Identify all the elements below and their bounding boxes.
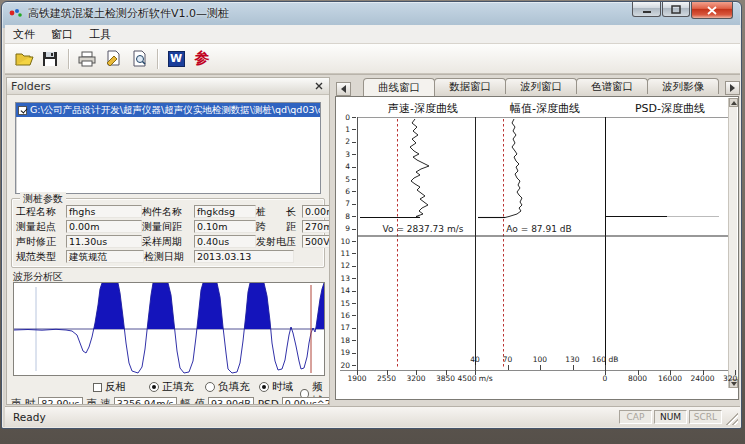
close-icon bbox=[707, 6, 717, 15]
toolbar-separator bbox=[157, 49, 158, 69]
folders-close-button[interactable] bbox=[312, 80, 325, 93]
tab-scroll-right-button[interactable] bbox=[725, 81, 740, 95]
print-button[interactable] bbox=[75, 47, 99, 71]
param-field[interactable]: 0.10m bbox=[194, 220, 256, 233]
folder-list[interactable]: G:\公司产品设计开发\超声仪器\超声仪实地检测数据\测桩\qd\qd03\qd… bbox=[15, 102, 321, 194]
menu-tools[interactable]: 工具 bbox=[81, 25, 119, 44]
desktop: { "window": { "title": "高铁建筑混凝土检测分析软件V1.… bbox=[0, 0, 745, 444]
minimize-icon bbox=[642, 5, 652, 14]
fill-negative-radio[interactable]: 负填充 bbox=[205, 380, 250, 394]
param-field[interactable]: fhghs bbox=[66, 205, 142, 218]
invert-checkbox[interactable]: 反相 bbox=[93, 380, 126, 394]
menu-file[interactable]: 文件 bbox=[5, 25, 43, 44]
depth-tick-label: 12 bbox=[337, 261, 350, 270]
word-report-button[interactable]: W bbox=[164, 47, 188, 71]
param-field[interactable]: fhgkdsg bbox=[194, 205, 256, 218]
amplitude-label: 幅 值 bbox=[181, 397, 205, 405]
tabs: 曲线窗口数据窗口波列窗口色谱窗口波列影像 bbox=[363, 78, 718, 96]
folders-title: Folders bbox=[11, 80, 312, 93]
ao-annotation: Ao = 87.91 dB bbox=[506, 224, 571, 234]
x-tick-mark bbox=[573, 365, 574, 370]
tab-5[interactable]: 波列影像 bbox=[647, 78, 719, 94]
depth-tick-label: 14 bbox=[337, 286, 350, 295]
x-tick-mark bbox=[703, 370, 704, 375]
depth-tick-label: 3 bbox=[337, 150, 350, 159]
param-field[interactable]: 270mm bbox=[302, 220, 330, 233]
depth-tick-mark bbox=[352, 117, 356, 118]
depth-tick-label: 11 bbox=[337, 249, 350, 258]
param-label: 构件名称 bbox=[142, 205, 194, 219]
x-tick-mark bbox=[638, 370, 639, 375]
chart-vertical-scrollbar[interactable] bbox=[728, 98, 737, 388]
sound-speed-field[interactable]: 3256.94m/s bbox=[114, 397, 177, 405]
tab-scroll-left-button[interactable] bbox=[336, 82, 351, 96]
psd-label: PSD bbox=[258, 398, 279, 405]
status-indicator-scrl: SCRL bbox=[689, 410, 722, 424]
x-tick-mark bbox=[735, 370, 736, 375]
param-label: 测量间距 bbox=[142, 220, 194, 234]
time-domain-label: 时域 bbox=[272, 380, 293, 394]
checkbox-checked-icon[interactable] bbox=[18, 106, 27, 115]
sound-speed-curve bbox=[410, 119, 429, 218]
toolbar-separator bbox=[68, 49, 69, 69]
param-field[interactable]: 建筑规范 bbox=[66, 250, 144, 263]
sound-time-field[interactable]: 82.90us bbox=[38, 397, 82, 405]
depth-tick-label: 15 bbox=[337, 299, 350, 308]
x-tick-mark bbox=[416, 370, 417, 375]
curves-chart-area[interactable]: 声速-深度曲线 幅值-深度曲线 PSD-深度曲线 bbox=[335, 96, 739, 400]
param-field[interactable]: 0.40us bbox=[194, 235, 256, 248]
depth-tick-mark bbox=[352, 142, 356, 143]
folders-header: Folders bbox=[7, 78, 329, 95]
wave-controls: 反相 正填充 负填充 时域 频域 bbox=[7, 380, 330, 394]
tab-1[interactable]: 曲线窗口 bbox=[363, 78, 435, 96]
close-button[interactable] bbox=[691, 2, 733, 19]
depth-tick-mark bbox=[352, 266, 356, 267]
tab-3[interactable]: 波列窗口 bbox=[505, 78, 577, 94]
param-field[interactable]: 500V bbox=[302, 235, 330, 248]
depth-tick-mark bbox=[352, 167, 356, 168]
menu-window[interactable]: 窗口 bbox=[43, 25, 81, 44]
waveform-svg bbox=[14, 283, 324, 375]
maximize-button[interactable] bbox=[662, 2, 690, 17]
depth-tick-label: 20 bbox=[337, 361, 350, 370]
save-button[interactable] bbox=[38, 47, 62, 71]
depth-tick-mark bbox=[352, 229, 356, 230]
tab-2[interactable]: 数据窗口 bbox=[434, 78, 506, 94]
param-field[interactable]: 11.30us bbox=[66, 235, 142, 248]
scroll-up-button[interactable] bbox=[729, 98, 738, 107]
export-button[interactable] bbox=[101, 47, 125, 71]
x-tick-label: 4500 m/s bbox=[453, 374, 497, 383]
time-domain-radio[interactable]: 时域 bbox=[259, 380, 293, 394]
save-icon bbox=[41, 50, 59, 68]
waveform-plot[interactable] bbox=[13, 282, 325, 376]
sound-speed-label: 声 速 bbox=[87, 397, 111, 405]
title-bar[interactable]: 高铁建筑混凝土检测分析软件V1.0—测桩 bbox=[2, 2, 741, 24]
param-field[interactable]: 0.00m bbox=[302, 205, 330, 218]
print-preview-button[interactable] bbox=[127, 47, 151, 71]
depth-tick-mark bbox=[352, 340, 356, 341]
depth-tick-label: 18 bbox=[337, 336, 350, 345]
param-field[interactable]: 0.00m bbox=[66, 220, 142, 233]
psd-field[interactable]: 0.00us^2/m bbox=[282, 397, 330, 405]
tab-4[interactable]: 色谱窗口 bbox=[576, 78, 648, 94]
minimize-button[interactable] bbox=[632, 2, 661, 17]
x-tick-mark bbox=[475, 370, 476, 375]
fill-positive-radio[interactable]: 正填充 bbox=[149, 380, 194, 394]
window-controls bbox=[631, 2, 733, 19]
status-bar: Ready CAPNUMSCRL bbox=[5, 406, 740, 427]
folder-item-selected[interactable]: G:\公司产品设计开发\超声仪器\超声仪实地检测数据\测桩\qd\qd03\qd… bbox=[16, 103, 320, 117]
depth-tick-mark bbox=[352, 179, 356, 180]
depth-tick-label: 0 bbox=[337, 113, 350, 122]
open-button[interactable] bbox=[12, 47, 36, 71]
resize-grip[interactable] bbox=[726, 413, 738, 425]
depth-tick-mark bbox=[352, 204, 356, 205]
depth-tick-mark bbox=[352, 129, 356, 130]
close-icon bbox=[315, 82, 323, 90]
param-field[interactable]: 2013.03.13 bbox=[194, 250, 294, 263]
depth-tick-label: 16 bbox=[337, 311, 350, 320]
depth-tick-mark bbox=[352, 303, 356, 304]
x-tick-label: 32000 bbox=[713, 374, 739, 383]
parameters-button[interactable]: 参 bbox=[190, 47, 214, 71]
preview-icon bbox=[130, 50, 148, 68]
amplitude-field[interactable]: 93.90dB bbox=[208, 397, 254, 405]
